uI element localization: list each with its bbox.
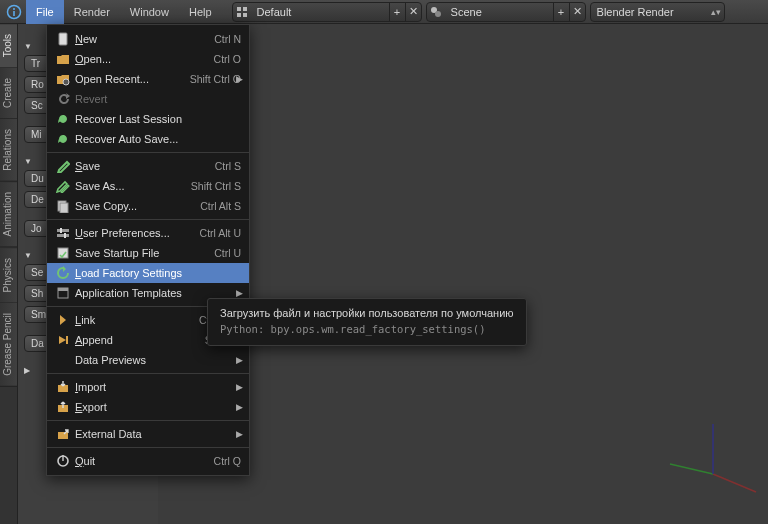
scene-browse-icon[interactable] <box>427 6 445 18</box>
menu-item-save-copy[interactable]: Save Copy...Ctrl Alt S <box>47 196 249 216</box>
savestartup-icon <box>53 246 73 260</box>
menu-item-label: Recover Auto Save... <box>73 133 241 145</box>
menu-item-shortcut: Ctrl S <box>209 160 241 172</box>
svg-rect-18 <box>57 234 69 237</box>
scene-remove-button[interactable]: ✕ <box>569 3 585 21</box>
menu-item-shortcut: Ctrl Alt S <box>194 200 241 212</box>
menu-item-shortcut: Ctrl N <box>208 33 241 45</box>
save-icon <box>53 159 73 173</box>
menu-window[interactable]: Window <box>120 0 179 24</box>
renderer-value: Blender Render <box>591 6 708 18</box>
svg-rect-24 <box>66 336 68 344</box>
menu-item-label: Append <box>73 334 199 346</box>
menu-item-ser-preferences[interactable]: User Preferences...Ctrl Alt U <box>47 223 249 243</box>
export-icon <box>53 400 73 414</box>
top-header: File Render Window Help Default + ✕ Scen… <box>0 0 768 24</box>
menu-item-save-as[interactable]: Save As...Shift Ctrl S <box>47 176 249 196</box>
disclosure-triangle-icon: ▼ <box>24 157 32 166</box>
layout-selector[interactable]: Default + ✕ <box>232 2 422 22</box>
scene-value[interactable]: Scene <box>445 6 553 18</box>
new-icon <box>53 32 73 46</box>
file-dropdown: NewCtrl NOpen...Ctrl OOpen Recent...Shif… <box>46 24 250 476</box>
svg-rect-12 <box>59 33 67 45</box>
svg-point-8 <box>435 11 441 17</box>
menu-item-recover-auto-save[interactable]: Recover Auto Save... <box>47 129 249 149</box>
svg-rect-20 <box>64 233 66 238</box>
svg-rect-29 <box>62 455 63 461</box>
menu-help[interactable]: Help <box>179 0 222 24</box>
menu-item-xport[interactable]: Export▶ <box>47 397 249 417</box>
disclosure-triangle-icon: ▼ <box>24 42 32 51</box>
apptmpl-icon <box>53 286 73 300</box>
link-icon <box>53 313 73 327</box>
submenu-arrow-icon: ▶ <box>236 288 243 298</box>
prefs-icon <box>53 226 73 240</box>
revert-icon <box>53 92 73 106</box>
menu-item-shortcut: Ctrl U <box>208 247 241 259</box>
tab-create[interactable]: Create <box>0 68 17 119</box>
scene-add-button[interactable]: + <box>553 3 569 21</box>
submenu-arrow-icon: ▶ <box>236 74 243 84</box>
menu-item-label: Revert <box>73 93 241 105</box>
menu-item-mport[interactable]: Import▶ <box>47 377 249 397</box>
tab-relations[interactable]: Relations <box>0 119 17 182</box>
menu-item-uit[interactable]: QuitCtrl Q <box>47 451 249 471</box>
menu-item-shortcut: Ctrl Q <box>208 455 241 467</box>
open-icon <box>53 52 73 66</box>
tab-animation[interactable]: Animation <box>0 182 17 247</box>
disclosure-triangle-icon: ▶ <box>24 366 30 375</box>
info-icon[interactable] <box>4 2 24 22</box>
menu-item-open-recent[interactable]: Open Recent...Shift Ctrl O▶ <box>47 69 249 89</box>
submenu-arrow-icon: ▶ <box>236 382 243 392</box>
menu-item-ave[interactable]: SaveCtrl S <box>47 156 249 176</box>
svg-point-14 <box>63 79 69 85</box>
menu-item-save-startup-file[interactable]: Save Startup FileCtrl U <box>47 243 249 263</box>
svg-rect-6 <box>243 13 247 17</box>
svg-rect-5 <box>237 13 241 17</box>
layout-remove-button[interactable]: ✕ <box>405 3 421 21</box>
svg-rect-25 <box>58 385 68 392</box>
svg-line-9 <box>713 474 756 492</box>
factory-icon <box>53 266 73 280</box>
saveas-icon <box>53 179 73 193</box>
layout-add-button[interactable]: + <box>389 3 405 21</box>
menu-item-label: Load Factory Settings <box>73 267 241 279</box>
svg-point-1 <box>13 8 15 10</box>
chevron-updown-icon: ▴▾ <box>708 7 724 17</box>
submenu-arrow-icon: ▶ <box>236 355 243 365</box>
menu-item-label: Recover Last Session <box>73 113 241 125</box>
svg-rect-27 <box>58 432 68 439</box>
append-icon <box>53 333 73 347</box>
scene-selector[interactable]: Scene + ✕ <box>426 2 586 22</box>
menu-item-pen[interactable]: Open...Ctrl O <box>47 49 249 69</box>
svg-rect-3 <box>237 7 241 11</box>
savecopy-icon <box>53 199 73 213</box>
menu-item-shortcut: Ctrl O <box>208 53 241 65</box>
menu-file[interactable]: File <box>26 0 64 24</box>
disclosure-triangle-icon: ▼ <box>24 251 32 260</box>
menu-render[interactable]: Render <box>64 0 120 24</box>
menu-item-label: New <box>73 33 208 45</box>
tab-physics[interactable]: Physics <box>0 248 17 303</box>
menu-separator <box>47 152 249 153</box>
tab-grease-pencil[interactable]: Grease Pencil <box>0 303 17 387</box>
external-icon <box>53 427 73 441</box>
menu-item-ew[interactable]: NewCtrl N <box>47 29 249 49</box>
renderer-selector[interactable]: Blender Render ▴▾ <box>590 2 725 22</box>
menu-item-label: Data Previews <box>73 354 241 366</box>
menu-item-oad-factory-settings[interactable]: Load Factory Settings <box>47 263 249 283</box>
menu-item-label: Open... <box>73 53 208 65</box>
menu-item-shortcut: Shift Ctrl O <box>184 73 241 85</box>
recent-icon <box>53 72 73 86</box>
menu-item-external-data[interactable]: External Data▶ <box>47 424 249 444</box>
menu-item-label: External Data <box>73 428 241 440</box>
submenu-arrow-icon: ▶ <box>236 402 243 412</box>
layout-browse-icon[interactable] <box>233 6 251 18</box>
menu-item-data-previews[interactable]: Data Previews▶ <box>47 350 249 370</box>
layout-value[interactable]: Default <box>251 6 389 18</box>
menu-item-label: User Preferences... <box>73 227 194 239</box>
menu-item-label: Link <box>73 314 193 326</box>
menu-item-recover-last-session[interactable]: Recover Last Session <box>47 109 249 129</box>
tab-tools[interactable]: Tools <box>0 24 17 68</box>
tool-tabs: Tools Create Relations Animation Physics… <box>0 24 18 524</box>
